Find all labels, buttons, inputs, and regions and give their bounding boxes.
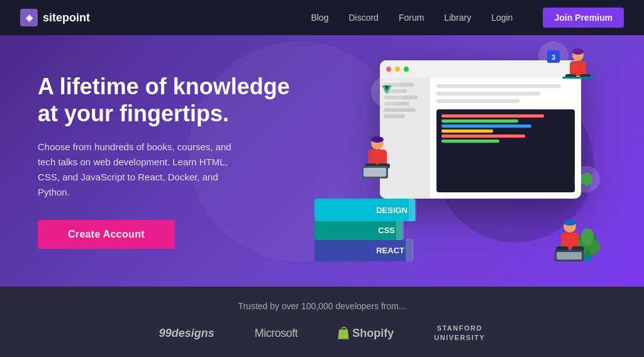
svg-rect-13 xyxy=(570,61,586,76)
hero-title: A lifetime of knowledge at your fingerti… xyxy=(38,73,302,127)
books-stack: DESIGN CSS REACT xyxy=(314,199,415,261)
nav-discord[interactable]: Discord xyxy=(348,13,378,23)
trusted-heading: Trusted by over 100,000 developers from.… xyxy=(238,301,406,311)
main-line xyxy=(436,84,561,88)
join-premium-button[interactable]: Join Premium xyxy=(543,8,624,28)
svg-rect-23 xyxy=(557,252,582,260)
navbar: ◈ sitepoint Blog Discord Forum Library L… xyxy=(0,0,644,35)
sidebar-line xyxy=(384,108,416,112)
svg-marker-4 xyxy=(581,172,592,186)
svg-text:3: 3 xyxy=(552,53,555,61)
nav-login[interactable]: Login xyxy=(491,13,513,23)
nav-blog[interactable]: Blog xyxy=(311,13,328,23)
browser-dot-green xyxy=(404,67,409,72)
code-line xyxy=(441,140,499,143)
nav-forum[interactable]: Forum xyxy=(399,13,424,23)
create-account-button[interactable]: Create Account xyxy=(38,220,175,249)
browser-main xyxy=(430,78,581,199)
book-label: REACT xyxy=(376,246,404,255)
code-line xyxy=(441,119,518,123)
trusted-logos: 99designs Microsoft Shopify STANFORDUNIV… xyxy=(159,324,486,343)
browser-dot-yellow xyxy=(395,67,400,72)
main-line xyxy=(436,92,540,96)
shopify-bag-icon xyxy=(338,327,349,339)
hero-illustration: 3 DESIGN CSS REACT xyxy=(302,41,606,280)
person1-svg xyxy=(355,135,399,185)
code-line xyxy=(441,124,531,128)
hero-section: A lifetime of knowledge at your fingerti… xyxy=(0,35,644,287)
book-react: REACT xyxy=(314,239,412,261)
code-line xyxy=(441,135,525,138)
person3-figure xyxy=(550,218,591,271)
book-css: CSS xyxy=(314,220,402,240)
browser-mockup xyxy=(380,60,581,199)
main-line xyxy=(436,99,519,103)
person1-figure xyxy=(355,135,399,187)
logo-icon: ◈ xyxy=(20,9,38,26)
sidebar-line xyxy=(384,114,405,118)
book-label: DESIGN xyxy=(376,206,408,215)
logo-microsoft: Microsoft xyxy=(255,327,298,340)
site-logo[interactable]: ◈ sitepoint xyxy=(20,9,90,26)
svg-rect-10 xyxy=(364,168,386,177)
person2-svg xyxy=(559,48,597,92)
book-label: CSS xyxy=(378,226,395,235)
browser-content xyxy=(380,78,581,199)
person3-svg xyxy=(550,218,591,268)
nav-library[interactable]: Library xyxy=(444,13,471,23)
logo-text: sitepoint xyxy=(43,11,90,25)
svg-point-24 xyxy=(564,219,576,226)
code-line xyxy=(441,129,493,133)
svg-point-11 xyxy=(371,136,384,143)
bookmark-react xyxy=(406,239,413,261)
person2-figure xyxy=(559,48,597,94)
logo-99designs: 99designs xyxy=(159,327,214,340)
trusted-section: Trusted by over 100,000 developers from.… xyxy=(0,287,644,357)
hero-left: A lifetime of knowledge at your fingerti… xyxy=(38,73,302,249)
book-design: DESIGN xyxy=(314,199,415,221)
browser-dot-red xyxy=(386,67,391,72)
hero-description: Choose from hundreds of books, courses, … xyxy=(38,140,252,200)
nav-links: Blog Discord Forum Library Login Join Pr… xyxy=(311,8,624,28)
thought-bubble-vue xyxy=(371,76,402,107)
vue-icon xyxy=(378,83,396,101)
gem-icon xyxy=(579,171,595,187)
svg-rect-16 xyxy=(562,77,594,79)
bookmark-design xyxy=(409,199,416,221)
code-block xyxy=(436,109,575,192)
logo-stanford: STANFORDUNIVERSITY xyxy=(434,324,485,343)
logo-shopify: Shopify xyxy=(338,327,394,340)
bookmark-css xyxy=(396,220,404,240)
svg-point-17 xyxy=(572,48,584,55)
code-line xyxy=(441,114,544,118)
thought-bubble-hex xyxy=(574,166,600,192)
